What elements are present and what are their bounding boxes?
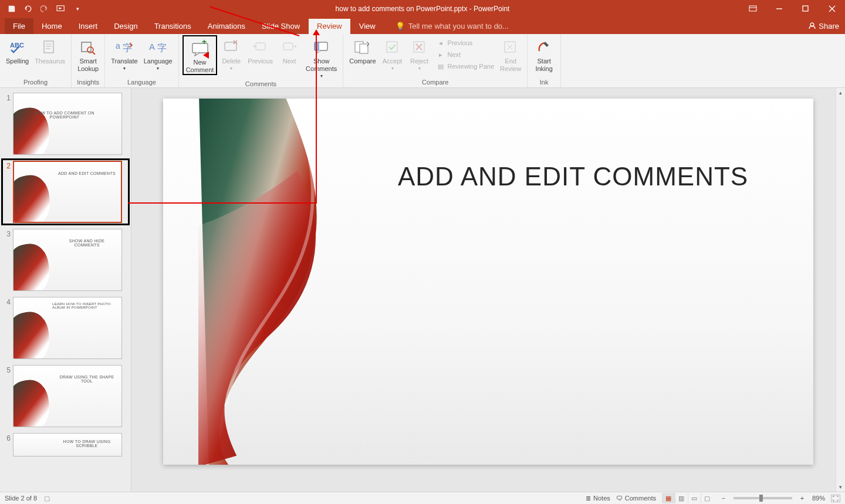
show-comments-icon xyxy=(312,38,331,56)
thumb-number: 3 xyxy=(4,229,13,238)
normal-view-button[interactable]: ▦ xyxy=(662,493,675,503)
next-comment-button[interactable]: Next xyxy=(276,35,302,65)
zoom-slider-thumb[interactable] xyxy=(759,495,763,502)
compare-previous-button[interactable]: ◂Previous xyxy=(435,38,496,48)
thumb-preview: DRAW USING THE SHAPE TOOL xyxy=(13,365,122,427)
spell-check-status-icon[interactable]: ▢ xyxy=(44,495,50,502)
start-inking-button[interactable]: Start Inking xyxy=(531,35,557,73)
chevron-down-icon: ▾ xyxy=(230,66,232,72)
thesaurus-icon xyxy=(40,38,59,56)
reading-view-button[interactable]: ▭ xyxy=(688,493,701,503)
new-comment-label: New Comment xyxy=(186,59,214,74)
group-language: a字 Translate ▾ A字 Language ▾ Language xyxy=(105,34,178,87)
delete-label: Delete xyxy=(222,57,241,65)
svg-text:ABC: ABC xyxy=(10,42,24,49)
end-review-label: End Review xyxy=(500,57,521,73)
start-from-beginning-button[interactable] xyxy=(55,3,67,15)
thumbnail-slide-4[interactable]: 4 LEARN HOW TO INSERT PHOTO ALBUM IN POW… xyxy=(4,297,127,359)
start-inking-label: Start Inking xyxy=(535,57,552,73)
previous-comment-button[interactable]: Previous xyxy=(245,35,275,65)
accept-icon xyxy=(383,38,402,56)
slide-title-text[interactable]: ADD AND EDIT COMMENTS xyxy=(398,162,748,191)
previous-change-icon: ◂ xyxy=(436,38,445,48)
close-button[interactable] xyxy=(819,0,845,18)
tab-slideshow[interactable]: Slide Show xyxy=(254,18,308,34)
slide-thumbnail-panel[interactable]: 1 HOW TO ADD COMMENT ON POWERPOINT 2 ADD… xyxy=(0,88,131,492)
zoom-in-button[interactable]: + xyxy=(798,495,806,502)
compare-label: Compare xyxy=(349,57,376,65)
tab-insert[interactable]: Insert xyxy=(70,18,106,34)
thumbnail-slide-3[interactable]: 3 SHOW AND HIDE COMMENTS xyxy=(4,229,127,291)
annotation-arrowhead xyxy=(203,52,209,59)
scroll-up-icon[interactable]: ▴ xyxy=(836,88,845,97)
new-comment-button[interactable]: + New Comment xyxy=(182,35,218,75)
chevron-down-icon: ▾ xyxy=(320,73,323,79)
titlebar: ▾ how to add comments on PowerPoint.pptx… xyxy=(0,0,845,18)
translate-label: Translate xyxy=(111,57,137,65)
thumbnail-slide-6[interactable]: 6 HOW TO DRAW USING SCRIBBLE xyxy=(4,433,127,456)
thumbnail-slide-1[interactable]: 1 HOW TO ADD COMMENT ON POWERPOINT xyxy=(4,93,127,155)
thumb-number: 1 xyxy=(4,93,13,102)
tab-home[interactable]: Home xyxy=(33,18,70,34)
tell-me-search[interactable]: 💡 Tell me what you want to do... xyxy=(396,22,509,31)
thumb-title: DRAW USING THE SHAPE TOOL xyxy=(56,375,118,383)
qat-customize-icon[interactable]: ▾ xyxy=(72,3,83,15)
chevron-down-icon: ▾ xyxy=(391,66,394,72)
share-button[interactable]: Share xyxy=(808,22,839,31)
slide-canvas-area[interactable]: ADD AND EDIT COMMENTS ▴ ▾ xyxy=(131,88,845,492)
compare-next-label: Next xyxy=(448,51,461,58)
slide-position[interactable]: Slide 2 of 8 xyxy=(5,495,37,502)
maximize-button[interactable] xyxy=(792,0,819,18)
delete-comment-button[interactable]: Delete ▾ xyxy=(218,35,244,72)
spelling-button[interactable]: ABC Spelling xyxy=(4,35,31,65)
undo-button[interactable] xyxy=(22,3,34,15)
zoom-slider[interactable] xyxy=(734,497,792,499)
lightbulb-icon: 💡 xyxy=(396,22,405,31)
zoom-percentage[interactable]: 89% xyxy=(812,495,825,502)
thumb-preview: SHOW AND HIDE COMMENTS xyxy=(13,229,122,291)
smart-lookup-button[interactable]: Smart Lookup xyxy=(75,35,101,73)
accept-button[interactable]: Accept ▾ xyxy=(380,35,405,72)
notes-button[interactable]: ≣Notes xyxy=(586,495,610,502)
tab-view[interactable]: View xyxy=(351,18,384,34)
translate-button[interactable]: a字 Translate ▾ xyxy=(109,35,140,72)
reviewing-pane-button[interactable]: ▤Reviewing Pane xyxy=(435,61,496,72)
tab-transitions[interactable]: Transitions xyxy=(146,18,200,34)
thumbnail-slide-5[interactable]: 5 DRAW USING THE SHAPE TOOL xyxy=(4,365,127,427)
slideshow-view-button[interactable]: ▢ xyxy=(701,493,714,503)
tab-file[interactable]: File xyxy=(5,18,33,34)
reviewing-pane-label: Reviewing Pane xyxy=(448,63,495,70)
svg-rect-19 xyxy=(360,44,368,53)
notes-icon: ≣ xyxy=(586,495,591,502)
thumb-preview: ADD AND EDIT COMMENTS xyxy=(13,161,122,223)
tab-animations[interactable]: Animations xyxy=(200,18,254,34)
vertical-scrollbar[interactable]: ▴ ▾ xyxy=(836,88,845,492)
show-comments-label: Show Comments xyxy=(306,57,337,73)
thumbnail-slide-2[interactable]: 2 ADD AND EDIT COMMENTS xyxy=(4,161,127,223)
smart-lookup-icon xyxy=(79,38,97,56)
ribbon-tabs: File Home Insert Design Transitions Anim… xyxy=(0,18,845,34)
end-review-button[interactable]: End Review xyxy=(498,35,523,73)
thumb-number: 2 xyxy=(4,161,13,170)
start-inking-icon xyxy=(535,38,553,56)
comments-button[interactable]: 🗨Comments xyxy=(616,495,656,502)
slide-sorter-view-button[interactable]: ▥ xyxy=(675,493,688,503)
language-button[interactable]: A字 Language ▾ xyxy=(141,35,175,72)
current-slide[interactable]: ADD AND EDIT COMMENTS xyxy=(163,99,813,465)
fit-to-window-button[interactable]: ⛶ xyxy=(831,495,840,502)
zoom-out-button[interactable]: − xyxy=(719,495,728,502)
redo-button[interactable] xyxy=(39,3,50,15)
thesaurus-button[interactable]: Thesaurus xyxy=(32,35,67,65)
save-button[interactable] xyxy=(6,3,18,15)
svg-rect-20 xyxy=(387,42,397,52)
tab-design[interactable]: Design xyxy=(106,18,146,34)
minimize-button[interactable] xyxy=(766,0,792,18)
compare-next-button[interactable]: ▸Next xyxy=(435,49,496,60)
ribbon-display-options-button[interactable] xyxy=(739,0,766,18)
end-review-icon xyxy=(501,38,520,56)
show-comments-button[interactable]: Show Comments ▾ xyxy=(303,35,339,79)
group-language-label: Language xyxy=(109,77,174,87)
compare-button[interactable]: Compare xyxy=(347,35,378,65)
scroll-down-icon[interactable]: ▾ xyxy=(836,482,845,492)
reject-button[interactable]: Reject ▾ xyxy=(407,35,432,72)
